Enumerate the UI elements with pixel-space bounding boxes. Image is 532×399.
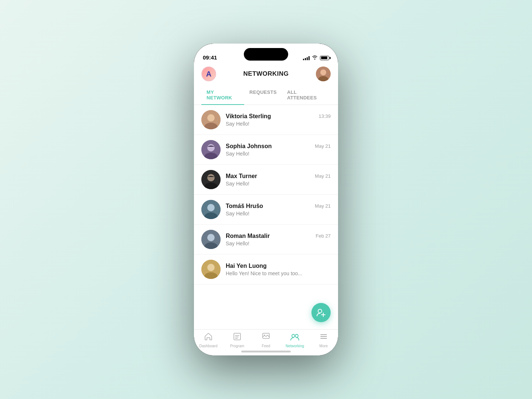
status-icons: [303, 55, 329, 61]
phone-screen: 09:41: [194, 44, 338, 355]
svg-rect-24: [234, 333, 241, 340]
contact-time: Feb 27: [316, 233, 331, 239]
contact-time: May 21: [315, 203, 331, 209]
avatar: [201, 230, 221, 249]
home-indicator: [241, 351, 291, 352]
avatar: [201, 140, 221, 159]
contact-info: Max Turner May 21 Say Hello!: [226, 173, 331, 187]
svg-point-1: [320, 69, 326, 75]
svg-point-21: [318, 309, 322, 313]
contact-name: Tomáš Hrušo: [226, 203, 263, 209]
svg-point-30: [292, 334, 295, 337]
contact-name: Roman Mastalir: [226, 233, 270, 239]
contact-info: Roman Mastalir Feb 27 Say Hello!: [226, 233, 331, 246]
avatar: [201, 110, 221, 129]
list-item[interactable]: Sophia Johnson May 21 Say Hello!: [194, 135, 338, 165]
nav-feed[interactable]: Feed: [252, 332, 280, 348]
contact-name: Hai Yen Luong: [226, 263, 267, 269]
svg-point-29: [264, 335, 265, 336]
right-avatar[interactable]: [316, 66, 331, 81]
dashboard-icon: [204, 332, 213, 343]
nav-dashboard-label: Dashboard: [200, 344, 218, 348]
add-contact-fab[interactable]: [311, 303, 331, 322]
avatar-letter: A: [206, 70, 211, 78]
nav-dashboard[interactable]: Dashboard: [194, 332, 223, 348]
signal-bars-icon: [303, 56, 310, 60]
app-header: A NETWORKING: [194, 64, 338, 86]
svg-point-4: [207, 114, 215, 122]
list-item[interactable]: Viktoria Sterling 13:39 Say Hello!: [194, 105, 338, 135]
list-item[interactable]: Max Turner May 21 Say Hello!: [194, 165, 338, 195]
list-item[interactable]: Tomáš Hrušo May 21 Say Hello!: [194, 195, 338, 225]
nav-networking-label: Networking: [286, 344, 304, 348]
contact-info: Sophia Johnson May 21 Say Hello!: [226, 143, 331, 157]
contact-message: Say Hello!: [226, 181, 331, 187]
phone-frame: 09:41: [194, 44, 338, 355]
program-icon: [233, 332, 241, 343]
contact-time: May 21: [315, 143, 331, 149]
svg-point-16: [207, 234, 215, 241]
feed-icon: [262, 332, 270, 343]
avatar: [201, 260, 221, 279]
list-item[interactable]: Roman Mastalir Feb 27 Say Hello!: [194, 225, 338, 255]
nav-more[interactable]: More: [309, 332, 338, 348]
nav-program[interactable]: Program: [223, 332, 252, 348]
tab-my-network[interactable]: MY NETWORK: [201, 86, 244, 105]
dynamic-island: [244, 48, 288, 61]
add-person-icon: [316, 308, 326, 317]
wifi-icon: [312, 55, 318, 61]
networking-icon: [290, 332, 299, 343]
nav-networking[interactable]: Networking: [280, 332, 309, 348]
contact-message: Hello Yen! Nice to meet you too...: [226, 270, 331, 276]
svg-point-10: [207, 174, 215, 181]
avatar: [201, 170, 221, 189]
battery-icon: [320, 56, 329, 60]
svg-point-7: [207, 144, 215, 151]
contact-message: Say Hello!: [226, 211, 331, 216]
svg-point-31: [295, 334, 298, 337]
sub-tabs: MY NETWORK REQUESTS ALL ATTENDEES: [194, 86, 338, 105]
nav-more-label: More: [320, 344, 328, 348]
contact-message: Say Hello!: [226, 241, 331, 246]
status-time: 09:41: [203, 54, 217, 61]
nav-feed-label: Feed: [262, 344, 270, 348]
contact-time: 13:39: [318, 113, 331, 119]
contact-list: Viktoria Sterling 13:39 Say Hello!: [194, 105, 338, 329]
list-item[interactable]: Hai Yen Luong Hello Yen! Nice to meet yo…: [194, 255, 338, 284]
more-icon: [320, 332, 328, 343]
contact-time: May 21: [315, 173, 331, 179]
tab-requests[interactable]: REQUESTS: [244, 86, 282, 105]
contact-name: Max Turner: [226, 173, 257, 180]
avatar: [201, 200, 221, 219]
contact-name: Viktoria Sterling: [226, 113, 271, 120]
contact-info: Tomáš Hrušo May 21 Say Hello!: [226, 203, 331, 216]
tab-all-attendees[interactable]: ALL ATTENDEES: [282, 86, 331, 105]
nav-program-label: Program: [230, 344, 244, 348]
svg-point-13: [207, 204, 215, 211]
header-title: NETWORKING: [243, 70, 289, 78]
contact-message: Say Hello!: [226, 151, 331, 157]
contact-name: Sophia Johnson: [226, 143, 272, 150]
contact-info: Viktoria Sterling 13:39 Say Hello!: [226, 113, 331, 127]
svg-point-19: [207, 264, 215, 271]
contact-info: Hai Yen Luong Hello Yen! Nice to meet yo…: [226, 263, 331, 276]
contact-message: Say Hello!: [226, 121, 331, 127]
left-avatar[interactable]: A: [201, 66, 216, 81]
